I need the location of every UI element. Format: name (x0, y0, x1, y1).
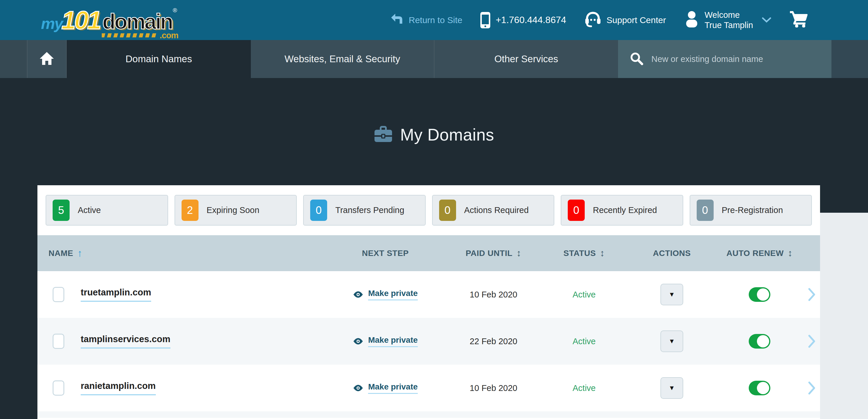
column-header-next-step: NEXT STEP (324, 249, 447, 258)
row-checkbox[interactable] (53, 380, 64, 396)
count-badge: 0 (310, 200, 327, 221)
nav-left-edge (0, 40, 27, 78)
row-checkbox[interactable] (53, 287, 64, 302)
column-header-paid-until[interactable]: PAID UNTIL ↕ (447, 248, 540, 259)
auto-renew-toggle[interactable] (749, 334, 770, 349)
logo-bottom: .com (102, 31, 178, 40)
logo-text-101: 101 (61, 5, 100, 35)
home-button[interactable] (27, 40, 67, 78)
mobile-phone-icon (480, 12, 490, 28)
column-header-name[interactable]: NAME ↑ (37, 248, 324, 259)
logo-stripes (102, 33, 157, 37)
page-title: My Domains (400, 125, 494, 144)
make-private-label: Make private (368, 289, 418, 300)
make-private-link[interactable]: Make private (353, 335, 418, 347)
column-header-label: NEXT STEP (362, 249, 409, 258)
search-icon (630, 52, 643, 66)
column-header-auto-renew[interactable]: AUTO RENEW ↕ (716, 248, 803, 259)
nav-right-fill (832, 40, 868, 78)
make-private-link[interactable]: Make private (353, 289, 418, 300)
column-header-label: NAME (49, 249, 73, 258)
auto-renew-toggle[interactable] (749, 287, 770, 302)
count-badge: 0 (568, 200, 585, 221)
eye-icon (353, 291, 363, 298)
site-logo[interactable]: my101domain® .com (41, 5, 177, 35)
logo-text-com: .com (160, 31, 178, 40)
headset-icon (584, 11, 601, 29)
domain-search-box (618, 40, 832, 78)
chevron-right-icon (808, 334, 816, 348)
column-header-actions: ACTIONS (628, 249, 716, 258)
domain-name-link[interactable]: truetamplin.com (81, 287, 151, 302)
row-expand-chevron[interactable] (803, 288, 820, 301)
row-checkbox[interactable] (53, 334, 64, 349)
tab-other-services-label: Other Services (494, 54, 558, 65)
domains-panel: 5 Active 2 Expiring Soon 0 Transfers Pen… (37, 185, 820, 419)
summary-card-transfers-pending[interactable]: 0 Transfers Pending (303, 195, 426, 226)
paid-until-value: 22 Feb 2020 (447, 336, 540, 346)
account-menu[interactable]: Welcome True Tamplin (684, 10, 771, 30)
actions-dropdown-button[interactable]: ▼ (660, 284, 683, 305)
cart-icon (789, 10, 808, 30)
sort-both-icon[interactable]: ↕ (600, 248, 605, 259)
column-header-label: STATUS (563, 249, 596, 258)
cart-button[interactable] (789, 10, 808, 30)
summary-card-label: Actions Required (464, 205, 529, 215)
summary-card-active[interactable]: 5 Active (45, 195, 168, 226)
briefcase-icon (374, 126, 393, 144)
support-center-link[interactable]: Support Center (584, 11, 666, 29)
column-header-status[interactable]: STATUS ↕ (540, 248, 628, 259)
actions-dropdown-button[interactable]: ▼ (660, 330, 683, 352)
sort-both-icon[interactable]: ↕ (788, 248, 793, 259)
page-header: My Domains (0, 122, 868, 147)
sort-both-icon[interactable]: ↕ (517, 248, 522, 259)
chevron-right-icon (808, 288, 816, 301)
count-badge: 0 (439, 200, 456, 221)
chevron-right-icon (808, 381, 816, 395)
domain-name-link[interactable]: tamplinservices.com (81, 334, 170, 349)
welcome-line2: True Tamplin (705, 21, 753, 30)
auto-renew-toggle[interactable] (749, 381, 770, 395)
summary-card-expiring-soon[interactable]: 2 Expiring Soon (175, 195, 297, 226)
caret-down-icon: ▼ (669, 291, 675, 298)
paid-until-value: 10 Feb 2020 (447, 290, 540, 299)
phone-contact[interactable]: +1.760.444.8674 (480, 12, 566, 28)
count-badge: 2 (182, 200, 198, 221)
user-icon (684, 10, 699, 30)
tab-websites-email-security-label: Websites, Email & Security (284, 54, 400, 65)
summary-card-recently-expired[interactable]: 0 Recently Expired (561, 195, 683, 226)
logo-registered-mark: ® (173, 7, 177, 14)
domain-search-input[interactable] (651, 54, 816, 64)
return-to-site-link[interactable]: Return to Site (391, 13, 462, 27)
phone-number: +1.760.444.8674 (496, 14, 566, 25)
summary-cards-row: 5 Active 2 Expiring Soon 0 Transfers Pen… (37, 185, 820, 226)
row-expand-chevron[interactable] (803, 381, 820, 395)
summary-card-label: Pre-Registration (722, 205, 783, 215)
tab-domain-names[interactable]: Domain Names (67, 40, 251, 78)
summary-card-label: Active (78, 205, 101, 215)
table-row: tamplinservices.com Make private 22 Feb … (37, 318, 820, 365)
make-private-label: Make private (368, 335, 418, 347)
status-badge: Active (540, 383, 628, 393)
eye-icon (353, 337, 363, 345)
table-row: ranietamplin.com Make private 10 Feb 202… (37, 365, 820, 411)
make-private-link[interactable]: Make private (353, 382, 418, 394)
summary-card-actions-required[interactable]: 0 Actions Required (432, 195, 555, 226)
welcome-text: Welcome True Tamplin (705, 10, 753, 30)
support-center-label: Support Center (607, 15, 666, 25)
summary-card-label: Expiring Soon (207, 205, 259, 215)
home-icon (39, 52, 54, 67)
actions-dropdown-button[interactable]: ▼ (660, 377, 683, 399)
table-row-partial (37, 411, 820, 418)
summary-card-pre-registration[interactable]: 0 Pre-Registration (690, 195, 812, 226)
tab-other-services[interactable]: Other Services (434, 40, 618, 78)
domain-name-link[interactable]: ranietamplin.com (81, 381, 156, 395)
row-expand-chevron[interactable] (803, 334, 820, 348)
sort-asc-icon[interactable]: ↑ (77, 248, 83, 259)
return-to-site-label: Return to Site (409, 15, 462, 25)
caret-down-icon: ▼ (669, 384, 675, 392)
tab-websites-email-security[interactable]: Websites, Email & Security (251, 40, 434, 78)
eye-icon (353, 384, 363, 392)
top-bar: my101domain® .com Return to Site +1.760.… (0, 0, 868, 40)
status-badge: Active (540, 290, 628, 299)
